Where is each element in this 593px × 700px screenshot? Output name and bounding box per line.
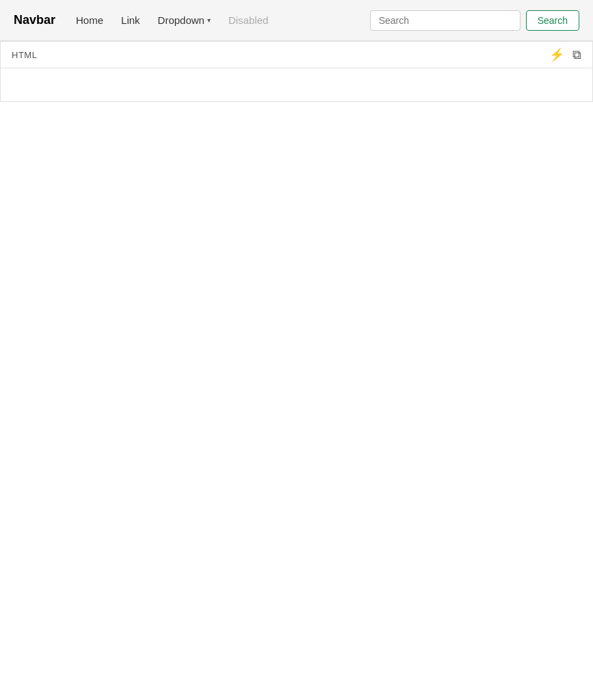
code-panel-icons: ⚡ ⧉: [549, 47, 581, 62]
nav-link-disabled: Disabled: [222, 10, 275, 30]
code-body: [1, 68, 592, 101]
nav-link-link[interactable]: Link: [114, 10, 147, 30]
navbar-brand: Navbar: [14, 13, 55, 27]
search-button[interactable]: Search: [526, 10, 579, 31]
code-panel: HTML ⚡ ⧉: [0, 41, 593, 102]
navbar-nav-items: Home Link Dropdown ▾ Disabled: [69, 10, 356, 30]
copy-icon[interactable]: ⧉: [572, 48, 581, 62]
nav-dropdown-toggle[interactable]: Dropdown ▾: [151, 10, 218, 30]
code-panel-header: HTML ⚡ ⧉: [1, 42, 592, 68]
lightning-icon[interactable]: ⚡: [549, 47, 564, 62]
code-lang-label: HTML: [12, 50, 37, 60]
navbar-preview: Navbar Home Link Dropdown ▾ Disabled Sea…: [0, 0, 593, 41]
navbar-search-area: Search: [370, 10, 579, 31]
search-input[interactable]: [370, 10, 520, 31]
chevron-down-icon: ▾: [207, 16, 211, 24]
nav-link-home[interactable]: Home: [69, 10, 110, 30]
